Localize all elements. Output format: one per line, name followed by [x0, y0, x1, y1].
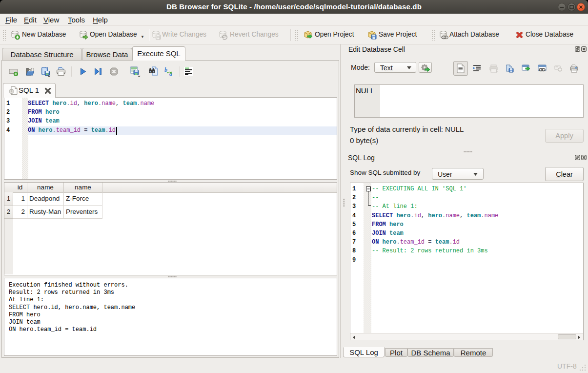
- svg-text:b: b: [164, 66, 167, 73]
